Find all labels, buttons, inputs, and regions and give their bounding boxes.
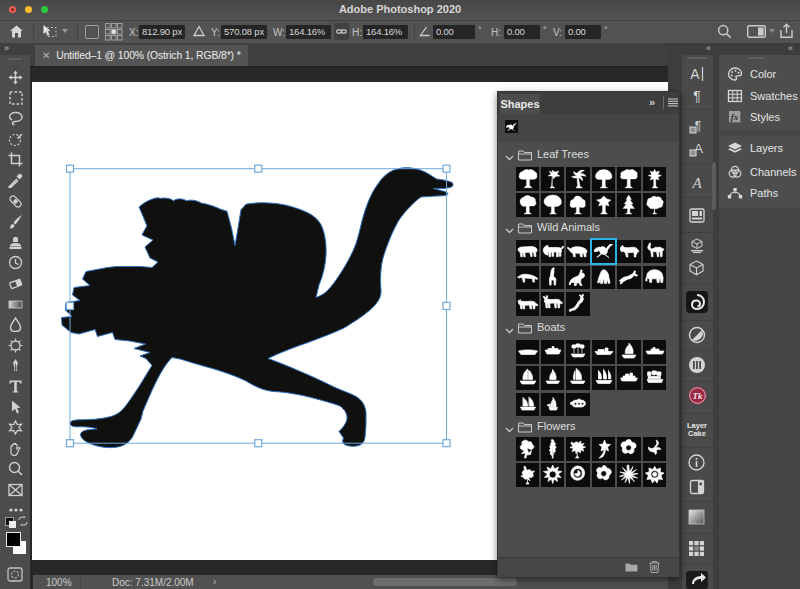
svg-text:Cake: Cake [688,429,706,438]
svg-text:fx: fx [731,112,739,122]
svg-text:¶: ¶ [693,88,701,104]
svg-text:Tk: Tk [693,391,703,401]
svg-text:A: A [691,175,702,191]
svg-text:A: A [690,66,700,82]
